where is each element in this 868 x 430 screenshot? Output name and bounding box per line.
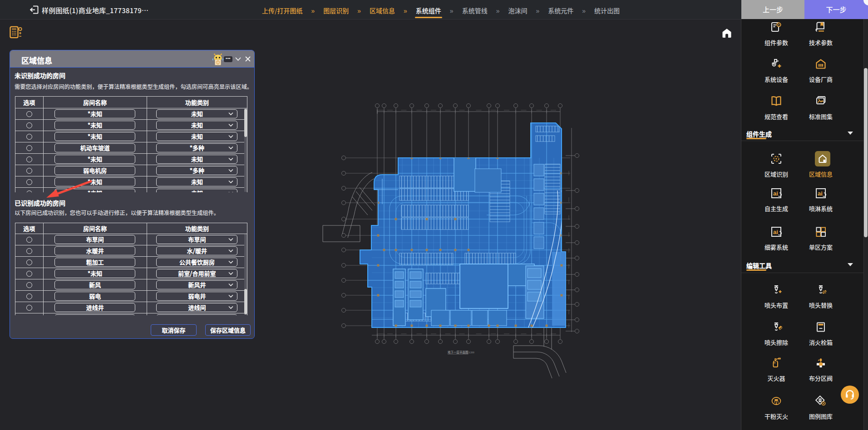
svg-text:1:200: 1:200 xyxy=(469,351,474,354)
svg-text:ai: ai xyxy=(773,227,778,236)
svg-text:ai: ai xyxy=(818,189,823,197)
svg-text:ai: ai xyxy=(773,189,778,197)
svg-text:地下一层平面图: 地下一层平面图 xyxy=(448,350,469,354)
